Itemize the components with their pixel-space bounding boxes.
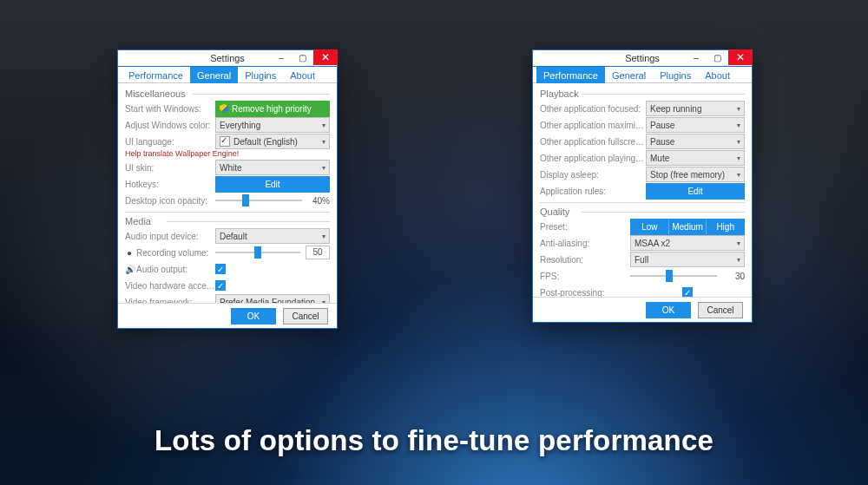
label-hotkeys: Hotkeys:: [125, 180, 215, 189]
post-processing-checkbox[interactable]: ✓: [682, 287, 693, 297]
tab-general[interactable]: General: [190, 67, 238, 83]
settings-window-general: Settings – ▢ ✕ Performance General Plugi…: [117, 49, 338, 329]
row-adjust-windows-color: Adjust Windows color: Everything▾: [125, 117, 330, 133]
label-fps: FPS:: [540, 272, 630, 281]
titlebar[interactable]: Settings – ▢ ✕: [533, 50, 752, 67]
row-video-framework: Video framework: Prefer Media Foundation…: [125, 294, 330, 303]
label-display-asleep: Display asleep:: [540, 170, 646, 180]
button-bar: OK Cancel: [533, 297, 752, 322]
chevron-down-icon: ▾: [737, 105, 740, 113]
speaker-icon: 🔊: [125, 265, 134, 274]
video-framework-dropdown[interactable]: Prefer Media Foundation▾: [215, 294, 330, 303]
recording-volume-slider[interactable]: [215, 246, 300, 259]
chevron-down-icon: ▾: [737, 171, 740, 179]
label-other-app-maximized: Other application maximized:: [540, 121, 646, 130]
desktop-icon-opacity-slider[interactable]: [215, 194, 302, 206]
fps-value: 30: [722, 272, 745, 281]
label-hw-accel: Video hardware acceleration:: [125, 281, 215, 291]
tab-performance[interactable]: Performance: [122, 67, 190, 83]
preset-high[interactable]: High: [706, 220, 744, 234]
group-miscellaneous: Miscellaneous: [125, 88, 330, 99]
tab-about[interactable]: About: [283, 67, 322, 83]
row-fps: FPS: 30: [540, 268, 745, 284]
row-desktop-icon-opacity: Desktop icon opacity: 40%: [125, 193, 330, 208]
edit-hotkeys-button[interactable]: Edit: [215, 176, 330, 193]
preset-low[interactable]: Low: [631, 220, 668, 234]
chevron-down-icon: ▾: [322, 121, 326, 129]
row-other-app-fullscreen: Other application fullscreen: Pause▾: [540, 134, 745, 149]
tab-bar: Performance General Plugins About: [533, 67, 752, 83]
window-title: Settings: [533, 53, 752, 63]
settings-window-performance: Settings – ▢ ✕ Performance General Plugi…: [532, 49, 753, 323]
row-hw-accel: Video hardware acceleration: ✓: [125, 278, 330, 293]
dropdown-value: Pause: [650, 137, 674, 147]
titlebar[interactable]: Settings – ▢ ✕: [118, 50, 337, 67]
group-media: Media: [125, 216, 330, 226]
tab-general[interactable]: General: [605, 67, 653, 83]
dropdown-value: Default (English): [233, 137, 298, 147]
label-preset: Preset:: [540, 222, 630, 232]
settings-pane: Playback Other application focused: Keep…: [533, 83, 752, 297]
other-app-fullscreen-dropdown[interactable]: Pause▾: [646, 134, 745, 149]
edit-app-rules-button[interactable]: Edit: [646, 183, 745, 200]
row-audio-output: 🔊Audio output: ✓: [125, 261, 330, 277]
divider: [125, 212, 330, 213]
cancel-button[interactable]: Cancel: [283, 308, 328, 324]
label-desktop-icon-opacity: Desktop icon opacity:: [125, 196, 215, 206]
audio-input-dropdown[interactable]: Default▾: [215, 228, 330, 244]
ui-language-dropdown[interactable]: Default (English)▾: [215, 134, 330, 149]
hw-accel-checkbox[interactable]: ✓: [215, 280, 226, 291]
dropdown-value: Pause: [650, 121, 674, 130]
tab-about[interactable]: About: [698, 67, 737, 83]
anti-aliasing-dropdown[interactable]: MSAA x2▾: [630, 235, 745, 251]
row-start-with-windows: Start with Windows: Remove high priority: [125, 101, 330, 116]
resolution-dropdown[interactable]: Full▾: [630, 252, 745, 267]
other-app-maximized-dropdown[interactable]: Pause▾: [646, 117, 745, 133]
label-audio-output: 🔊Audio output:: [125, 265, 215, 274]
remove-high-priority-button[interactable]: Remove high priority: [215, 101, 330, 117]
help-translate-link[interactable]: Help translate Wallpaper Engine!: [125, 149, 330, 158]
adjust-windows-color-dropdown[interactable]: Everything▾: [215, 117, 330, 133]
other-app-audio-dropdown[interactable]: Mute▾: [646, 150, 745, 166]
cancel-button[interactable]: Cancel: [698, 302, 743, 318]
button-bar: OK Cancel: [118, 303, 337, 328]
display-asleep-dropdown[interactable]: Stop (free memory)▾: [646, 167, 745, 182]
chevron-down-icon: ▾: [737, 154, 740, 162]
row-other-app-maximized: Other application maximized: Pause▾: [540, 117, 745, 133]
dropdown-value: Full: [635, 255, 648, 265]
row-anti-aliasing: Anti-aliasing: MSAA x2▾: [540, 235, 745, 251]
button-label: Remove high priority: [232, 104, 312, 114]
tab-plugins[interactable]: Plugins: [653, 67, 698, 83]
row-resolution: Resolution: Full▾: [540, 252, 745, 267]
ok-button[interactable]: OK: [646, 302, 691, 318]
tab-plugins[interactable]: Plugins: [238, 67, 283, 83]
chevron-down-icon: ▾: [737, 121, 740, 129]
label-resolution: Resolution:: [540, 255, 630, 265]
ok-button[interactable]: OK: [231, 308, 276, 324]
label-other-app-audio: Other application playing audio:: [540, 154, 646, 163]
recording-volume-value[interactable]: 50: [306, 246, 330, 259]
chevron-down-icon: ▾: [737, 138, 740, 146]
row-audio-input: Audio input device: Default▾: [125, 228, 330, 244]
chevron-down-icon: ▾: [322, 138, 326, 146]
label-post-processing: Post-processing:: [540, 288, 630, 298]
label-adjust-windows-color: Adjust Windows color:: [125, 121, 215, 130]
ui-skin-dropdown[interactable]: White▾: [215, 160, 330, 175]
label-ui-language: UI language:: [125, 137, 215, 147]
row-ui-language: UI language: Default (English)▾: [125, 134, 330, 149]
window-title: Settings: [118, 53, 337, 63]
row-other-app-audio: Other application playing audio: Mute▾: [540, 150, 745, 166]
label-start-with-windows: Start with Windows:: [125, 104, 215, 114]
audio-output-checkbox[interactable]: ✓: [215, 264, 226, 274]
shield-icon: [220, 104, 228, 113]
preset-segmented[interactable]: Low Medium High: [630, 219, 745, 235]
label-recording-volume: ●Recording volume:: [125, 248, 215, 258]
fps-slider[interactable]: [630, 270, 717, 282]
chevron-down-icon: ▾: [322, 233, 326, 240]
preset-medium[interactable]: Medium: [668, 220, 707, 234]
label-audio-input: Audio input device:: [125, 232, 215, 241]
chevron-down-icon: ▾: [322, 298, 326, 304]
dropdown-value: MSAA x2: [635, 239, 670, 248]
tab-performance[interactable]: Performance: [536, 67, 605, 83]
other-app-focused-dropdown[interactable]: Keep running▾: [646, 101, 745, 116]
